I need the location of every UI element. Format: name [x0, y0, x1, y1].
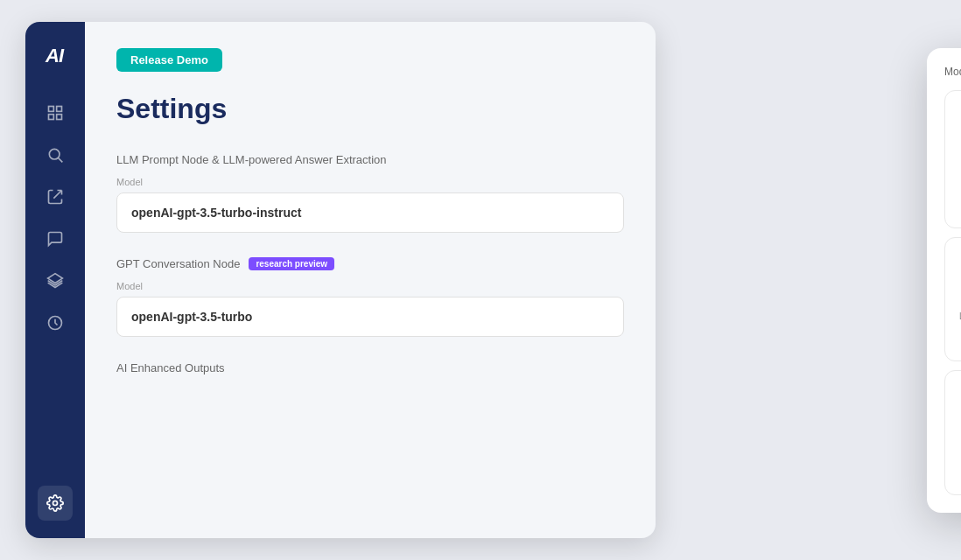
model-card-gpt4[interactable]: A gpt-4 Latest and largest GPT 4 chat mo… — [944, 237, 961, 361]
svg-rect-1 — [49, 107, 54, 112]
model-type-panel: Model Type * — [927, 48, 961, 513]
outer-container: AI — [25, 22, 936, 538]
page-title: Settings — [116, 93, 624, 125]
model-desc-5: Advanced GPT-3.5 chat model used in Chat… — [954, 458, 961, 482]
model-name-3: gpt-4 — [954, 292, 961, 306]
sidebar-item-search[interactable] — [38, 137, 73, 172]
sidebar-item-export[interactable] — [38, 179, 73, 214]
svg-text:AI: AI — [45, 45, 65, 66]
app-logo: AI — [39, 39, 71, 71]
sidebar-item-settings[interactable] — [38, 486, 73, 521]
sidebar: AI — [25, 22, 85, 538]
sidebar-item-layers[interactable] — [38, 263, 73, 298]
gpt-section: GPT Conversation Node research preview M… — [116, 257, 624, 337]
model-card-gpt35-chatgpt[interactable]: A gpt-3.5-turbo (ChatGPT) Advanced GPT-3… — [944, 90, 961, 228]
research-preview-badge: research preview — [249, 257, 334, 270]
model-desc-1: Advanced GPT-3.5 chat model used in Chat… — [954, 177, 961, 201]
llm-model-value[interactable]: openAI-gpt-3.5-turbo-instruct — [116, 192, 624, 233]
svg-point-9 — [53, 501, 58, 506]
svg-rect-2 — [57, 107, 62, 112]
sidebar-item-chat[interactable] — [38, 221, 73, 256]
gpt-model-value[interactable]: openAI-gpt-3.5-turbo — [116, 297, 624, 337]
model-desc-3: Latest and largest GPT 4 chat model used… — [954, 311, 961, 347]
gpt-model-label: Model — [116, 281, 624, 291]
release-demo-badge: Release Demo — [116, 48, 222, 72]
model-grid: A gpt-3.5-turbo (ChatGPT) Advanced GPT-3… — [944, 90, 961, 495]
ai-enhanced-label: AI Enhanced Outputs — [116, 361, 624, 374]
svg-rect-3 — [49, 115, 54, 120]
gpt-section-title: GPT Conversation Node research preview — [116, 257, 624, 270]
sidebar-item-clock[interactable] — [38, 305, 73, 340]
model-card-gpt35-openai[interactable]: gpt-3.5-turbo (ChatGPT) Advanced GPT-3.5… — [944, 370, 961, 494]
model-panel-title: Model Type * — [944, 66, 961, 78]
main-content: Release Demo Settings LLM Prompt Node & … — [85, 22, 656, 538]
llm-section: LLM Prompt Node & LLM-powered Answer Ext… — [116, 153, 624, 233]
svg-point-5 — [49, 149, 60, 159]
llm-model-label: Model — [116, 177, 624, 187]
svg-rect-4 — [57, 115, 62, 120]
main-window: AI — [25, 22, 656, 538]
model-name-1: gpt-3.5-turbo (ChatGPT) — [954, 145, 961, 172]
svg-line-6 — [59, 158, 63, 163]
sidebar-item-grid[interactable] — [38, 95, 73, 130]
llm-section-title: LLM Prompt Node & LLM-powered Answer Ext… — [116, 153, 624, 166]
model-name-5: gpt-3.5-turbo (ChatGPT) — [954, 425, 961, 452]
